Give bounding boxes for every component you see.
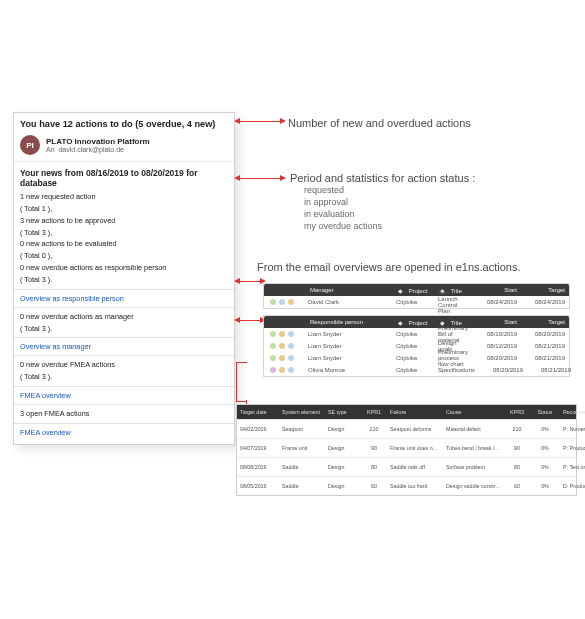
stats-block: 1 new requested action ( Total 1 ), 3 ne… [14,191,234,286]
email-from-row: PI PLATO Innovation Platform An david.cl… [14,133,234,162]
avatar: PI [20,135,40,155]
grid-row[interactable]: Liam SnyderCitybike Design goals 08/12/2… [264,340,569,352]
fmea-row[interactable]: 04/07/2019Frame unitDesign90Frame unit d… [237,438,576,457]
annotation-overviews-opened: From the email overviews are opened in e… [257,261,521,273]
link-fmea-overview-1[interactable]: FMEA overview [20,390,228,401]
grid-row[interactable]: Olivia MonroeCitybike Specifications 08/… [264,364,569,376]
news-period-heading: Your news from 08/16/2019 to 08/20/2019 … [14,162,234,191]
grid-row[interactable]: Liam SnyderCitybike Preliminary process … [264,352,569,364]
grid-row[interactable]: Liam SnyderCitybike Preliminary Bill of … [264,328,569,340]
from-email: An david.clark@plato.de [46,146,150,153]
fmea-header: Target dateSystem element SE typeKPR1 Fa… [237,405,576,419]
fmea-row[interactable]: 08/08/2019SaddleDesign80Saddle rails off… [237,457,576,476]
fmea-row[interactable]: 08/05/2019SaddleDesign60Saddle too hardD… [237,476,576,495]
from-name: PLATO Innovation Platform [46,137,150,146]
link-overview-manager[interactable]: Overview as manager [20,341,228,352]
link-overview-responsible[interactable]: Overview as responsible person [20,293,228,304]
grid-header: Manager◆ Project ◆ Title StartTarget [264,284,569,296]
grid-row[interactable]: David ClarkCitybike Pre-Launch Control P… [264,296,569,308]
bracket-icon [236,362,247,402]
manager-grid: Manager◆ Project ◆ Title StartTarget Dav… [263,283,570,309]
email-panel: You have 12 actions to do (5 overdue, 4 … [13,112,235,445]
grid-previews: Manager◆ Project ◆ Title StartTarget Dav… [263,283,570,383]
fmea-table: Target dateSystem element SE typeKPR1 Fa… [236,404,577,496]
annotation-period-stats: Period and statistics for action status … [290,172,475,233]
responsible-grid: Responsible person◆ Project ◆ Title Star… [263,315,570,377]
annotation-actions-count: Number of new and overdued actions [288,117,471,129]
grid-header: Responsible person◆ Project ◆ Title Star… [264,316,569,328]
email-subject: You have 12 actions to do (5 overdue, 4 … [14,113,234,133]
fmea-row[interactable]: 04/02/2019SeatpostDesign210Seatpost defo… [237,419,576,438]
link-fmea-overview-2[interactable]: FMEA overview [20,427,228,438]
